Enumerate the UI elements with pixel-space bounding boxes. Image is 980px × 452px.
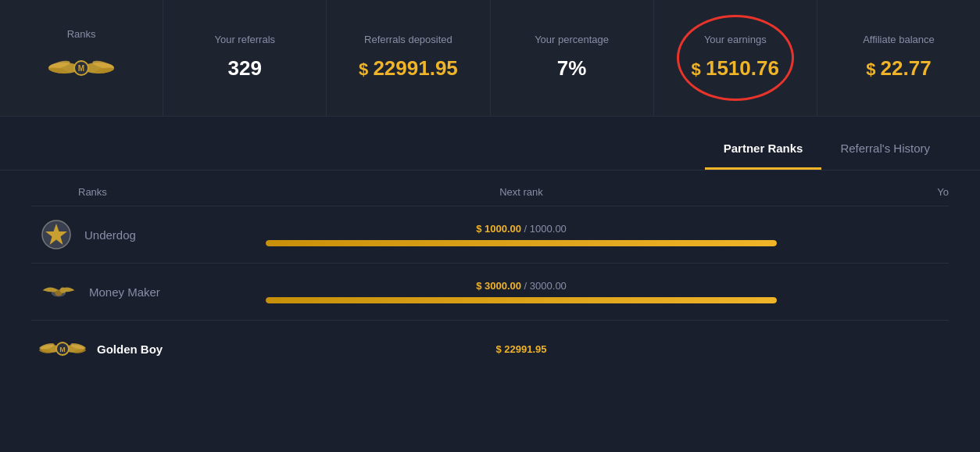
- deposited-label: Referrals deposited: [364, 34, 452, 45]
- wings-svg: M: [46, 51, 116, 86]
- affiliate-dollar: $: [866, 59, 880, 79]
- bird-icon: [39, 274, 78, 309]
- table-row: M Golden Boy $ 22991.95: [31, 320, 949, 377]
- svg-text:M: M: [59, 346, 66, 353]
- referrals-label: Your referrals: [214, 34, 275, 45]
- affiliate-label: Affiliate balance: [863, 34, 935, 45]
- stats-bar: Ranks M Your referr: [0, 0, 980, 117]
- deposited-value: $ 22991.95: [359, 56, 458, 81]
- golden-boy-name: Golden Boy: [97, 343, 163, 356]
- stat-card-affiliate: Affiliate balance $ 22.77: [817, 0, 980, 116]
- deposited-dollar: $: [359, 59, 373, 79]
- stat-card-referrals: Your referrals 329: [163, 0, 327, 116]
- rank-cell-money-maker: Money Maker: [31, 274, 250, 309]
- earnings-label: Your earnings: [704, 34, 767, 45]
- underdog-name: Underdog: [84, 228, 136, 242]
- stat-card-deposited: Referrals deposited $ 22991.95: [327, 0, 490, 116]
- golden-wings-icon: M: [39, 332, 86, 366]
- tab-referrals-history[interactable]: Referral's History: [821, 134, 949, 170]
- table-section: Ranks Next rank Yo Underdog $ 1000.00 / …: [0, 170, 980, 377]
- stat-card-earnings: Your earnings $ 1510.76: [654, 0, 817, 116]
- money-maker-progress-bg: [266, 297, 777, 303]
- percentage-label: Your percentage: [535, 34, 609, 45]
- table-row: Underdog $ 1000.00 / 1000.00: [31, 206, 949, 263]
- col-header-ranks: Ranks: [31, 186, 250, 198]
- progress-cell-money-maker: $ 3000.00 / 3000.00: [250, 280, 792, 303]
- tab-partner-ranks[interactable]: Partner Ranks: [705, 134, 822, 170]
- rank-cell-golden-boy: M Golden Boy: [31, 332, 250, 366]
- underdog-progress-label: $ 1000.00 / 1000.00: [476, 223, 567, 235]
- earnings-value: $ 1510.76: [692, 56, 779, 81]
- svg-point-12: [60, 287, 66, 292]
- progress-cell-golden-boy: $ 22991.95: [250, 343, 792, 355]
- affiliate-value: $ 22.77: [866, 56, 931, 81]
- ranks-icon: M: [46, 51, 116, 86]
- table-row: Money Maker $ 3000.00 / 3000.00: [31, 263, 949, 320]
- money-maker-progress-fill: [266, 297, 777, 303]
- stat-card-percentage: Your percentage 7%: [491, 0, 654, 116]
- stat-card-ranks: Ranks M: [0, 0, 163, 116]
- underdog-progress-fill: [266, 240, 777, 246]
- ranks-label: Ranks: [67, 28, 96, 40]
- col-header-yours: Yo: [792, 186, 949, 198]
- table-header: Ranks Next rank Yo: [31, 170, 949, 206]
- progress-cell-underdog: $ 1000.00 / 1000.00: [250, 223, 792, 246]
- svg-text:M: M: [78, 64, 84, 73]
- rank-cell-underdog: Underdog: [31, 217, 250, 252]
- golden-boy-progress-label: $ 22991.95: [495, 343, 546, 355]
- col-header-next: Next rank: [250, 186, 792, 198]
- star-icon: [39, 217, 73, 252]
- money-maker-name: Money Maker: [89, 285, 160, 299]
- referrals-value: 329: [228, 56, 262, 81]
- earnings-dollar: $: [692, 59, 706, 79]
- tabs-section: Partner Ranks Referral's History: [0, 117, 980, 170]
- money-maker-progress-label: $ 3000.00 / 3000.00: [476, 280, 567, 292]
- underdog-progress-bg: [266, 240, 777, 246]
- percentage-value: 7%: [557, 56, 587, 81]
